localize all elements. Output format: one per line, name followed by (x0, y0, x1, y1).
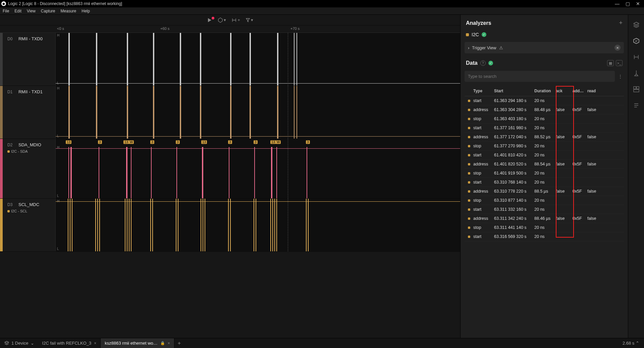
maximize-button[interactable]: ▢ (626, 1, 630, 6)
table-row[interactable]: start63.316 569 320 s20 ns (465, 232, 624, 241)
protocol-tag[interactable]: 13 (201, 140, 207, 144)
table-row[interactable]: address61.363 304 280 s88.48 µsfalse0x5F… (465, 105, 624, 114)
device-selector[interactable]: 1 Device ⌄ (0, 341, 38, 346)
menu-file[interactable]: File (3, 9, 9, 13)
table-row[interactable]: stop61.377 270 980 s20 ns (465, 142, 624, 151)
svg-marker-0 (218, 18, 222, 22)
data-title: Data (466, 60, 478, 66)
table-row[interactable]: stop61.363 403 180 s20 ns (465, 114, 624, 123)
device-settings-button[interactable]: ▾ (218, 17, 226, 23)
channel-label-d2[interactable]: D2 SDA_MDIO I2C - SDA (3, 139, 56, 198)
menu-view[interactable]: View (27, 9, 36, 13)
channel-gutter-d0 (0, 33, 3, 86)
menu-help[interactable]: Help (82, 9, 90, 13)
menu-measure[interactable]: Measure (61, 9, 76, 13)
svg-rect-5 (634, 90, 639, 92)
close-button[interactable]: ✕ (636, 1, 640, 6)
channel-label-d3[interactable]: D3 SCL_MDC I2C - SCL (3, 199, 56, 251)
device-icon (4, 341, 9, 346)
table-row[interactable]: address63.311 342 240 s88.46 µsfalse0x5F… (465, 214, 624, 223)
svg-rect-3 (634, 87, 636, 89)
tab-close-button[interactable]: × (168, 341, 170, 346)
table-row[interactable]: start63.310 768 140 s20 ns (465, 178, 624, 187)
window-title: Logic 2 [Logic 8 - Disconnected] [ksz886… (8, 1, 122, 6)
table-row[interactable]: start61.377 161 980 s20 ns (465, 123, 624, 133)
main-area: ▾ + ▾ <0 s +60 s +70 s D0 RMII - TXD0 (0, 15, 644, 338)
panels-icon[interactable] (633, 86, 640, 93)
table-header: Type Start Duration ack add… read (465, 86, 624, 96)
titlebar: ◉ Logic 2 [Logic 8 - Disconnected] [ksz8… (0, 0, 644, 7)
table-row[interactable]: stop63.311 441 140 s20 ns (465, 223, 624, 232)
hex-if-icon[interactable]: 1F (633, 38, 640, 44)
trigger-view-row[interactable]: › Trigger View ⚠ ✕ (465, 42, 624, 53)
channel-gutter-d2 (0, 139, 3, 198)
channel-label-d0[interactable]: D0 RMII - TXD0 (3, 33, 56, 86)
terminal-view-button[interactable]: >_ (616, 60, 623, 66)
check-icon: ✓ (488, 61, 493, 65)
table-row[interactable]: address63.310 778 220 s88.5 µsfalse0x5Ff… (465, 187, 624, 196)
table-row[interactable]: start61.401 810 420 s20 ns (465, 151, 624, 160)
layers-icon[interactable] (633, 21, 640, 28)
marker-icon[interactable] (633, 70, 639, 77)
more-options-button[interactable]: ⋮ (617, 71, 624, 82)
menu-edit[interactable]: Edit (14, 9, 21, 13)
help-icon[interactable]: ? (480, 60, 486, 66)
menu-capture[interactable]: Capture (41, 9, 55, 13)
protocol-tag[interactable]: 3 (254, 140, 258, 144)
channel-wave-d3[interactable]: H L (56, 199, 460, 251)
measure-icon[interactable] (633, 54, 640, 60)
channel-wave-d0[interactable]: H L (56, 33, 460, 86)
ruler-t0: <0 s (57, 27, 64, 31)
add-analyzer-button[interactable]: + (619, 19, 623, 27)
chevron-up-icon: ⌃ (636, 341, 639, 346)
table-row[interactable]: address61.401 820 520 s88.54 µsfalse0x5F… (465, 160, 624, 169)
table-row[interactable]: stop63.310 877 140 s20 ns (465, 196, 624, 205)
play-button[interactable] (207, 17, 212, 23)
channel-wave-d2[interactable]: H L 13313W33133313W3 (56, 139, 460, 198)
timeline-ruler[interactable]: <0 s +60 s +70 s (0, 26, 460, 33)
protocol-tag[interactable]: 3 (228, 140, 232, 144)
table-row[interactable]: stop61.401 919 500 s20 ns (465, 169, 624, 178)
trigger-close-button[interactable]: ✕ (614, 45, 621, 51)
right-panel: Analyzers + I2C ✓ › Trigger View ⚠ ✕ Dat… (460, 15, 628, 338)
app-icon: ◉ (1, 1, 6, 6)
protocol-tag[interactable]: 13 (66, 140, 71, 144)
check-icon: ✓ (482, 32, 486, 37)
add-tab-button[interactable]: + (174, 340, 184, 346)
svg-text:1F: 1F (635, 40, 637, 42)
analyzers-header: Analyzers + (461, 15, 628, 29)
channel-d0: D0 RMII - TXD0 H L (0, 33, 460, 86)
tab-0[interactable]: I2C fail with REFCLKO_3 × (38, 338, 101, 348)
svg-rect-4 (637, 87, 639, 89)
bottombar: 1 Device ⌄ I2C fail with REFCLKO_3 × ksz… (0, 338, 644, 348)
table-row[interactable]: address61.377 172 040 s88.52 µsfalse0x5F… (465, 133, 624, 142)
analyzers-title: Analyzers (466, 20, 491, 26)
protocol-tag[interactable]: 3 (176, 140, 180, 144)
table-row[interactable]: start61.363 294 180 s20 ns (465, 96, 624, 105)
channel-gutter-d1 (0, 86, 3, 139)
list-icon[interactable] (633, 102, 640, 109)
table-row[interactable]: start63.311 332 160 s20 ns (465, 205, 624, 214)
protocol-tag[interactable]: 13 (270, 140, 276, 144)
protocol-tag[interactable]: W (129, 140, 134, 144)
protocol-tag[interactable]: 3 (150, 140, 154, 144)
data-table[interactable]: Type Start Duration ack add… read start6… (465, 86, 624, 338)
analyzer-i2c[interactable]: I2C ✓ (461, 29, 628, 40)
protocol-tag[interactable]: W (276, 140, 281, 144)
status-time[interactable]: 2.68 s ⌃ (618, 341, 644, 346)
minimize-button[interactable]: — (615, 1, 620, 6)
search-input[interactable] (465, 71, 615, 82)
timing-markers-button[interactable]: + (231, 17, 240, 23)
data-header: Data ? ✓ ▦ >_ (461, 55, 628, 69)
tab-close-button[interactable]: × (94, 341, 96, 346)
protocol-tag[interactable]: 3 (306, 140, 310, 144)
table-view-button[interactable]: ▦ (607, 60, 614, 66)
channel-label-d1[interactable]: D1 RMII - TXD1 (3, 86, 56, 139)
chevron-right-icon: › (468, 45, 469, 50)
channel-wave-d1[interactable]: H L (56, 86, 460, 139)
trigger-dropdown-button[interactable]: ▾ (246, 17, 253, 22)
protocol-tag[interactable]: 13 (123, 140, 129, 144)
waveform-area: ▾ + ▾ <0 s +60 s +70 s D0 RMII - TXD0 (0, 15, 460, 338)
tab-1[interactable]: ksz8863 rmii ethernet wo… 🔒 × (101, 338, 174, 348)
protocol-tag[interactable]: 3 (98, 140, 102, 144)
